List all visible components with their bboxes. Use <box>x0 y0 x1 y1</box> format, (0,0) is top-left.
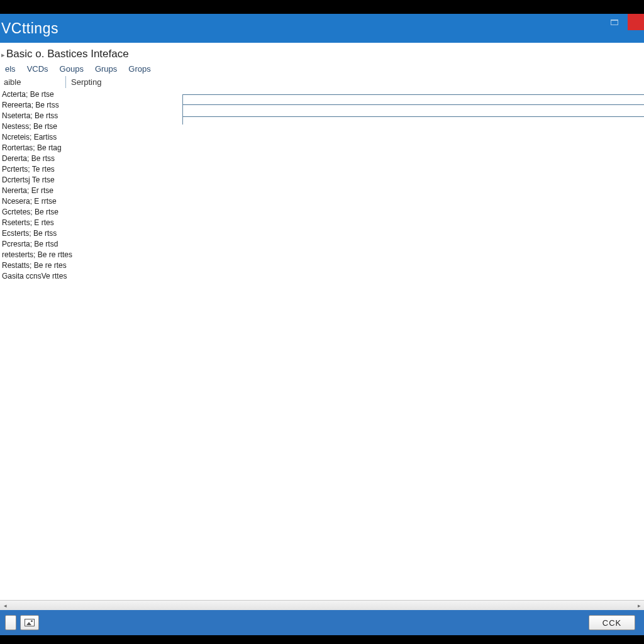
outer-bottom-border <box>0 635 644 644</box>
list-item[interactable]: Gasita ccnsVe rttes <box>2 271 75 282</box>
tab-grops[interactable]: Grops <box>128 64 150 74</box>
list-item[interactable]: Rortertas; Be rtag <box>2 143 75 153</box>
chevron-right-icon: ▸ <box>1 51 5 59</box>
tab-strip: els VCDs Goups Grups Grops <box>1 64 640 76</box>
page-title: ▸ Basic o. Bastices Inteface <box>1 48 640 60</box>
tab-grups[interactable]: Grups <box>95 64 117 74</box>
ok-button[interactable]: CCK <box>589 615 635 630</box>
subrow-left-label: aible <box>3 77 65 87</box>
close-button[interactable] <box>628 14 644 30</box>
list-item[interactable]: Nseterta; Be rtss <box>2 111 75 121</box>
horizontal-scrollbar[interactable]: ◂ ▸ <box>0 600 644 610</box>
window-controls <box>605 14 644 30</box>
list-item[interactable]: Ncreteis; Eartiss <box>2 132 75 143</box>
outer-top-border <box>0 0 644 14</box>
sidebar-list: Acterta; Be rtse Rereerta; Be rtss Nsete… <box>0 89 75 600</box>
grid-rules <box>182 94 644 125</box>
list-item[interactable]: Dererta; Be rtss <box>2 153 75 164</box>
main-pane <box>75 89 644 600</box>
list-item[interactable]: retesterts; Be re rttes <box>2 250 75 260</box>
tab-goups[interactable]: Goups <box>60 64 84 74</box>
app-window: VCttings ▸ Basic o. Bastices Inteface el… <box>0 14 644 635</box>
sub-header-row: aible Serpting <box>1 76 640 88</box>
scroll-left-icon[interactable]: ◂ <box>0 601 10 610</box>
list-item[interactable]: Acterta; Be rtse <box>2 89 75 100</box>
divider <box>183 94 644 95</box>
scroll-right-icon[interactable]: ▸ <box>634 601 644 610</box>
body-area: Acterta; Be rtse Rereerta; Be rtss Nsete… <box>0 88 644 600</box>
page-title-text: Basic o. Bastices Inteface <box>6 48 129 60</box>
restore-button[interactable] <box>605 14 624 30</box>
list-item[interactable]: Pcresrta; Be rtsd <box>2 239 75 250</box>
footer-button-1[interactable] <box>5 615 16 630</box>
list-item[interactable]: Pcrterts; Te rtes <box>2 164 75 175</box>
list-item[interactable]: Ecsterts; Be rtss <box>2 228 75 239</box>
footer-image-button[interactable] <box>20 615 39 630</box>
ok-button-label: CCK <box>602 618 621 628</box>
title-bar: VCttings <box>0 14 644 43</box>
list-item[interactable]: Nererta; Er rtse <box>2 186 75 196</box>
list-item[interactable]: Rseterts; E rtes <box>2 218 75 228</box>
list-item[interactable]: Restatts; Be re rtes <box>2 260 75 271</box>
footer-bar: CCK <box>0 610 644 635</box>
divider <box>183 104 644 105</box>
tab-vcds[interactable]: VCDs <box>27 64 48 74</box>
subrow-right-label: Serpting <box>65 76 106 88</box>
list-item[interactable]: Rereerta; Be rtss <box>2 100 75 111</box>
list-item[interactable]: Dcrtertsj Te rtse <box>2 175 75 186</box>
image-icon <box>25 619 35 626</box>
list-item[interactable]: Ncesera; E rrtse <box>2 196 75 207</box>
window-title: VCttings <box>1 20 58 37</box>
restore-icon <box>611 19 618 25</box>
header: ▸ Basic o. Bastices Inteface els VCDs Go… <box>0 43 644 88</box>
list-item[interactable]: Gcrtetes; Be rtse <box>2 207 75 218</box>
list-item[interactable]: Nestess; Be rtse <box>2 121 75 132</box>
divider <box>183 116 644 117</box>
tab-els[interactable]: els <box>5 64 16 74</box>
